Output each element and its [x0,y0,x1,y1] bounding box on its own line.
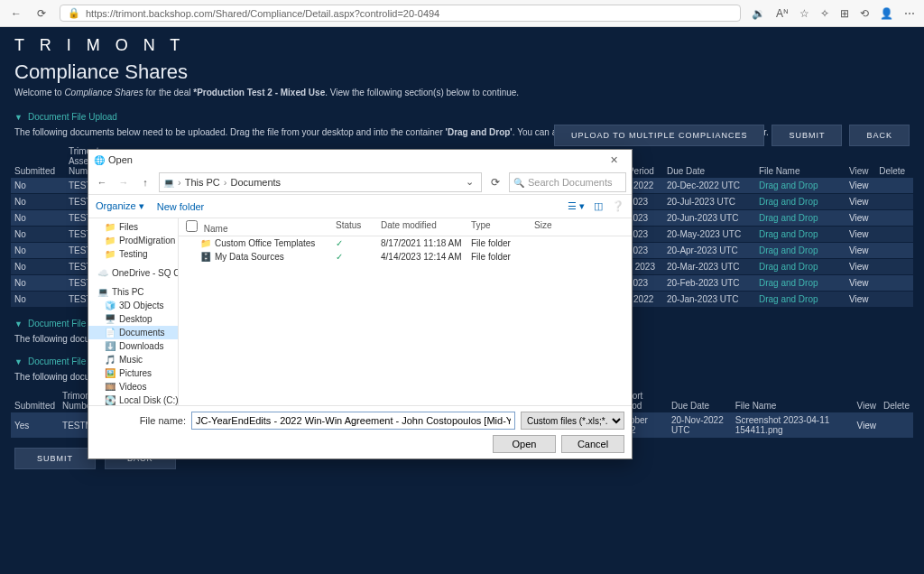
drag-drop-link[interactable]: Drag and Drop [755,275,845,292]
cell-delete[interactable] [875,227,913,243]
favorite-icon[interactable]: ☆ [799,7,809,20]
cancel-button[interactable]: Cancel [561,435,624,453]
cell-delete[interactable] [875,292,913,308]
side-3d[interactable]: 3D Objects [88,299,178,312]
col-size[interactable]: Size [534,220,579,234]
breadcrumb[interactable]: This PC Documents ⌄ [159,172,482,192]
side-thispc[interactable]: This PC [88,285,178,299]
submit-button-bottom[interactable]: SUBMIT [14,448,96,469]
cell-delete[interactable] [875,259,913,275]
view-link[interactable]: View [845,243,875,259]
text-size-icon[interactable]: Aᴺ [776,7,789,20]
select-all-checkbox[interactable] [186,220,198,232]
nav-fwd-icon[interactable]: → [116,177,132,188]
refresh-icon[interactable]: ⟳ [34,6,49,21]
cell-submitted: No [11,259,65,275]
view-link[interactable]: View [845,275,875,292]
action-buttons: UPLOAD TO MULTIPLE COMPLIANCES SUBMIT BA… [554,125,910,146]
cell-delete[interactable] [875,275,913,292]
music-icon [105,355,116,365]
drag-drop-link[interactable]: Drag and Drop [755,259,845,275]
drag-drop-link[interactable]: Drag and Drop [755,243,845,259]
newfolder-button[interactable]: New folder [157,201,205,212]
side-disk[interactable]: Local Disk (C:) [88,393,178,405]
cell-delete[interactable] [875,243,913,259]
file-date: 8/17/2021 11:18 AM [381,238,471,248]
side-prodmig[interactable]: ProdMigration [88,234,178,247]
view-link[interactable]: View [845,194,875,210]
file-row[interactable]: Custom Office Templates8/17/2021 11:18 A… [179,236,632,250]
sync-icon[interactable]: ⟲ [860,7,869,20]
col-type[interactable]: Type [471,220,534,234]
folder-icon [200,252,211,262]
side-documents[interactable]: Documents [88,326,178,339]
file-name: My Data Sources [215,252,284,262]
filetype-select[interactable]: Custom files (*.xls;*.xlsm;*.xlsx;* [521,412,624,430]
cell-submitted: No [11,210,65,227]
crumb-dropdown-icon[interactable]: ⌄ [461,176,477,188]
back-icon[interactable]: ← [9,6,23,21]
drag-drop-link[interactable]: Drag and Drop [755,210,845,227]
cell-delete[interactable] [880,412,913,439]
open-button[interactable]: Open [493,435,556,453]
nav-back-icon[interactable]: ← [94,177,110,188]
crumb-docs[interactable]: Documents [230,177,281,188]
preview-pane-icon[interactable]: ◫ [594,200,603,212]
view-link[interactable]: View [854,412,881,439]
col-modified[interactable]: Date modified [381,220,471,234]
submit-button[interactable]: SUBMIT [772,125,842,146]
address-bar[interactable]: 🔒 https://trimont.backshop.com/Shared/Co… [60,5,741,22]
view-link[interactable]: View [845,292,875,308]
nav-up-icon[interactable]: ↑ [137,177,153,188]
back-button[interactable]: BACK [849,125,910,146]
side-music[interactable]: Music [88,353,178,366]
cell-delete[interactable] [875,210,913,227]
menu-icon[interactable]: ⋯ [904,7,915,20]
help-icon[interactable]: ❔ [612,200,624,212]
file-type: File folder [471,252,534,262]
search-input[interactable]: Search Documents [509,172,626,192]
drag-drop-link[interactable]: Drag and Drop [755,194,845,210]
videos-icon [105,382,116,392]
side-onedrive[interactable]: OneDrive - SQ Clo [88,266,178,280]
drag-drop-link[interactable]: Drag and Drop [755,178,845,194]
side-files[interactable]: Files [88,220,178,234]
close-icon[interactable]: ✕ [601,154,626,166]
extensions-icon[interactable]: ⊞ [840,7,849,20]
dialog-sidebar: Files ProdMigration Testing OneDrive - S… [88,218,179,405]
drag-drop-link[interactable]: Drag and Drop [755,292,845,308]
crumb-pc[interactable]: This PC [185,177,220,188]
view-mode-icon[interactable]: ☰ ▾ [568,200,585,212]
side-pictures[interactable]: Pictures [88,366,178,380]
filename-label: File name: [96,415,186,426]
3d-icon [105,301,116,310]
file-row[interactable]: My Data Sources4/14/2023 12:14 AMFile fo… [179,250,632,264]
profile-icon[interactable]: 👤 [880,7,893,20]
cell-delete[interactable] [875,194,913,210]
view-link[interactable]: View [845,178,875,194]
upload-desc-a: The following documents below need to be… [14,127,446,137]
edge-icon [94,154,105,165]
upload-multiple-button[interactable]: UPLOAD TO MULTIPLE COMPLIANCES [554,125,765,146]
side-desktop[interactable]: Desktop [88,312,178,326]
view-link[interactable]: View [845,210,875,227]
side-downloads[interactable]: Downloads [88,339,178,353]
cell-due: 20-Dec-2022 UTC [663,178,755,194]
organize-button[interactable]: Organize ▾ [96,200,144,212]
filename-input[interactable] [191,412,515,430]
read-aloud-icon[interactable]: 🔉 [752,7,765,20]
side-testing[interactable]: Testing [88,247,178,261]
cell-delete[interactable] [875,178,913,194]
folder-icon [105,236,116,245]
folder-icon [105,249,116,259]
view-link[interactable]: View [845,259,875,275]
col-name[interactable]: Name [204,224,228,234]
search-icon [513,177,524,188]
refresh-icon[interactable] [487,176,504,189]
drag-drop-link[interactable]: Drag and Drop [755,227,845,243]
view-link[interactable]: View [845,227,875,243]
col-status[interactable]: Status [336,220,381,234]
cloud-icon [97,268,108,278]
side-videos[interactable]: Videos [88,380,178,393]
collections-icon[interactable]: ✧ [820,7,829,20]
